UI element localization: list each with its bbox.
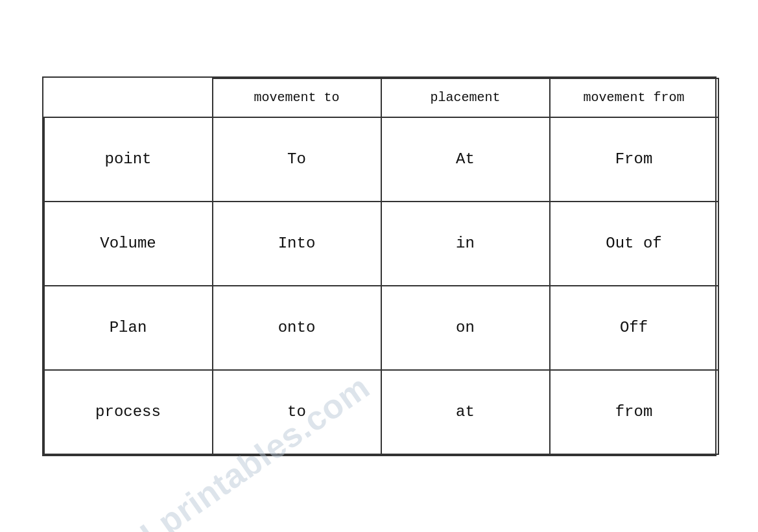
header-movement-to: movement to — [213, 78, 381, 117]
row-label-process: process — [44, 370, 213, 454]
row-to-point: To — [213, 117, 381, 202]
row-label-point: point — [44, 117, 213, 202]
row-at-volume: in — [381, 202, 550, 286]
header-empty — [44, 78, 213, 117]
header-movement-from: movement from — [550, 78, 718, 117]
row-to-plan: onto — [213, 286, 381, 370]
row-label-volume: Volume — [44, 202, 213, 286]
row-from-plan: Off — [550, 286, 718, 370]
row-at-plan: on — [381, 286, 550, 370]
table-row: process to at from — [44, 370, 718, 454]
row-to-process: to — [213, 370, 381, 454]
row-at-point: At — [381, 117, 550, 202]
row-to-volume: Into — [213, 202, 381, 286]
row-from-point: From — [550, 117, 718, 202]
table-row: Plan onto on Off — [44, 286, 718, 370]
row-label-plan: Plan — [44, 286, 213, 370]
page-container: movement to placement movement from poin… — [0, 0, 758, 532]
row-at-process: at — [381, 370, 550, 454]
header-row: movement to placement movement from — [44, 78, 718, 117]
row-from-process: from — [550, 370, 718, 454]
row-from-volume: Out of — [550, 202, 718, 286]
table-row: Volume Into in Out of — [44, 202, 718, 286]
header-placement: placement — [381, 78, 550, 117]
table-row: point To At From — [44, 117, 718, 202]
prepositions-table: movement to placement movement from poin… — [43, 78, 719, 455]
table-wrapper: movement to placement movement from poin… — [42, 76, 717, 456]
